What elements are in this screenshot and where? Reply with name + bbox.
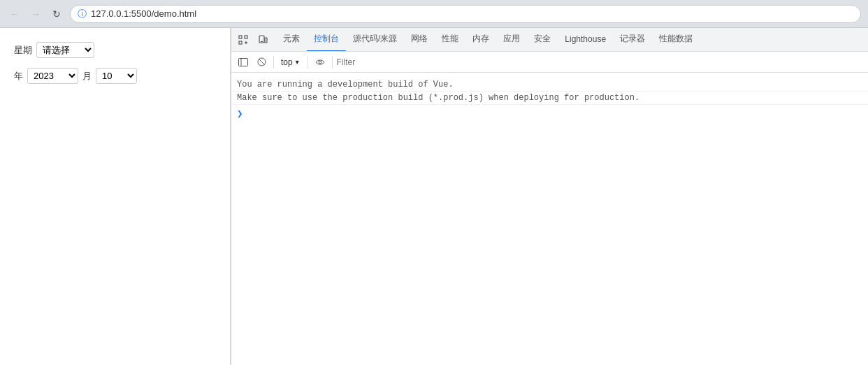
devtools-icon-group <box>234 31 272 49</box>
tab-performance[interactable]: 性能 <box>435 28 465 52</box>
tab-console[interactable]: 控制台 <box>307 28 346 52</box>
info-icon: ⓘ <box>78 8 87 20</box>
page-content: 星期 请选择 周一 周二 周三 周四 周五 周六 周日 年 2020 2021 … <box>0 28 868 365</box>
filter-input[interactable] <box>337 57 864 67</box>
week-label: 星期 <box>14 44 32 57</box>
console-message-line: You are running a development build of V… <box>231 78 868 92</box>
inspect-icon-btn[interactable] <box>234 31 252 49</box>
toolbar-divider-3 <box>332 56 333 69</box>
prompt-chevron-icon: ❯ <box>237 108 243 120</box>
week-row: 星期 请选择 周一 周二 周三 周四 周五 周六 周日 <box>14 42 216 58</box>
back-button[interactable]: ← <box>7 6 22 22</box>
svg-rect-1 <box>239 41 242 44</box>
tab-elements[interactable]: 元素 <box>276 28 307 52</box>
svg-point-12 <box>319 61 321 64</box>
address-bar[interactable]: ⓘ 127.0.0.1:5500/demo.html <box>70 5 861 23</box>
month-select[interactable]: 1234 5678 9101112 <box>96 68 137 84</box>
reload-button[interactable]: ↻ <box>49 6 64 22</box>
eye-icon-btn[interactable] <box>312 55 328 70</box>
device-icon-btn[interactable] <box>254 31 272 49</box>
svg-rect-2 <box>245 36 247 38</box>
context-dropdown[interactable]: top ▼ <box>278 56 303 69</box>
console-line1: You are running a development build of V… <box>237 80 454 90</box>
year-label: 年 <box>14 70 23 83</box>
dropdown-arrow-icon: ▼ <box>294 59 301 66</box>
toolbar-divider-2 <box>308 56 308 69</box>
svg-rect-8 <box>239 58 248 66</box>
tab-security[interactable]: 安全 <box>527 28 558 52</box>
tab-perf-insights[interactable]: 性能数据 <box>652 28 700 52</box>
tab-sources[interactable]: 源代码/来源 <box>346 28 404 52</box>
tab-application[interactable]: 应用 <box>496 28 527 52</box>
svg-rect-6 <box>265 38 267 43</box>
browser-chrome: ← → ↻ ⓘ 127.0.0.1:5500/demo.html <box>0 0 868 28</box>
svg-line-11 <box>259 59 264 65</box>
svg-rect-0 <box>239 36 242 38</box>
context-label: top <box>281 57 293 67</box>
devtools-tabs: 元素 控制台 源代码/来源 网络 性能 内存 应用 安全 <box>231 28 868 52</box>
date-row: 年 2020 2021 2022 2023 2024 月 1234 5678 9… <box>14 68 216 84</box>
console-toolbar: top ▼ <box>231 52 868 73</box>
month-label: 月 <box>82 70 92 83</box>
clear-console-btn[interactable] <box>254 55 269 70</box>
tab-recorder[interactable]: 记录器 <box>613 28 652 52</box>
year-select[interactable]: 2020 2021 2022 2023 2024 <box>27 68 78 84</box>
console-output: You are running a development build of V… <box>231 73 868 365</box>
toolbar-divider <box>273 56 274 69</box>
tab-network[interactable]: 网络 <box>404 28 435 52</box>
left-panel: 星期 请选择 周一 周二 周三 周四 周五 周六 周日 年 2020 2021 … <box>0 28 231 365</box>
tab-lighthouse[interactable]: Lighthouse <box>558 28 613 52</box>
tab-memory[interactable]: 内存 <box>465 28 496 52</box>
sidebar-toggle-btn[interactable] <box>236 55 251 70</box>
forward-button[interactable]: → <box>28 6 43 22</box>
devtools-panel: 元素 控制台 源代码/来源 网络 性能 内存 应用 安全 <box>231 28 868 365</box>
url-text: 127.0.0.1:5500/demo.html <box>91 8 196 19</box>
console-prompt: ❯ <box>231 105 868 122</box>
week-select[interactable]: 请选择 周一 周二 周三 周四 周五 周六 周日 <box>36 42 94 58</box>
console-message-line-2: Make sure to use the production build (*… <box>231 92 868 105</box>
console-line2: Make sure to use the production build (*… <box>237 93 639 103</box>
